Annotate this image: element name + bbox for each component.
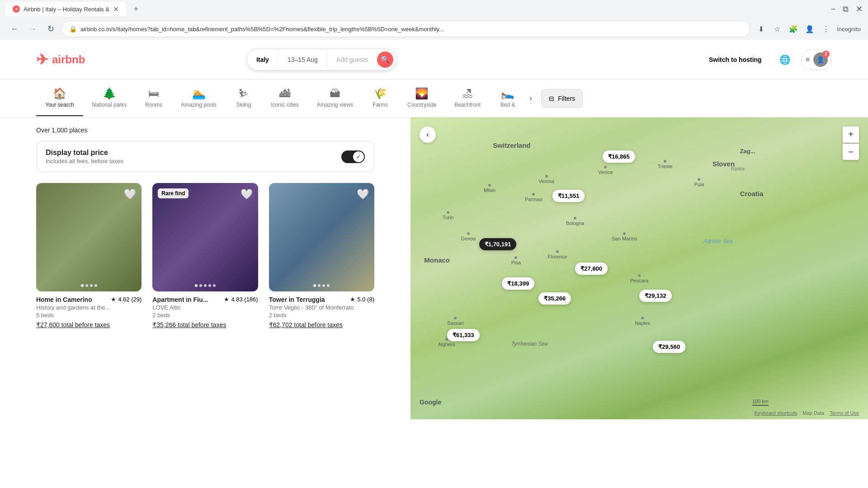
price-marker-29132[interactable]: ₹29,132 (639, 290, 672, 302)
category-nav: 🏠 Your search 🌲 National parks 🛏 Rooms 🏊… (0, 80, 868, 117)
zoom-out-button[interactable]: − (843, 144, 859, 160)
farms-icon: 🌾 (373, 88, 387, 99)
refresh-button[interactable]: ↻ (43, 22, 58, 36)
listing-title-row-2: Apartment in Fiu... ★ 4.83 (186) (152, 296, 258, 303)
language-button[interactable]: 🌐 (776, 51, 794, 69)
extensions-icon[interactable]: 🧩 (786, 22, 801, 36)
listing-card-1[interactable]: 🤍 Home in Camerino ★ (36, 183, 142, 328)
restore-button[interactable]: ⧉ (843, 5, 849, 14)
switch-hosting-button[interactable]: Switch to hosting (702, 51, 769, 69)
browser-tab[interactable]: ✈ Airbnb | Italy – Holiday Rentals & ✕ (5, 2, 126, 16)
category-beachfront[interactable]: 🏖 Beachfront (445, 81, 490, 116)
listing-beds-2: 2 beds (152, 312, 258, 319)
price-marker-29560[interactable]: ₹29,560 (653, 341, 685, 353)
city-verona: Verona (538, 175, 554, 184)
price-marker-11551[interactable]: ₹11,551 (552, 190, 585, 202)
dot (199, 284, 202, 287)
dot (327, 284, 330, 287)
listing-subtitle-2: LOVE Attic (152, 304, 258, 311)
skiing-icon: ⛷ (238, 88, 249, 99)
menu-icon[interactable]: ⋮ (819, 22, 833, 36)
address-bar[interactable]: 🔒 airbnb.co.in/s/Italy/homes?tab_id=home… (61, 21, 750, 37)
national-parks-icon: 🌲 (103, 88, 116, 99)
wishlist-button-3[interactable]: 🤍 (357, 188, 369, 200)
listing-price-1: ₹27,600 total before taxes (36, 321, 142, 328)
avatar: 👤 2 (813, 52, 828, 67)
sea-label-adriatic: Adriatic Sea (703, 238, 733, 244)
scroll-right-button[interactable]: › (529, 94, 532, 103)
terms-label[interactable]: Terms of Use (830, 410, 859, 416)
listing-title-2: Apartment in Fiu... (152, 296, 208, 303)
zoom-in-button[interactable]: + (843, 127, 859, 143)
listing-card-3[interactable]: 🤍 Tower in Terruggia ★ (269, 183, 374, 328)
price-marker-16865[interactable]: ₹16,865 (603, 150, 635, 163)
city-bologna: Bologna (566, 217, 584, 226)
close-button[interactable]: ✕ (856, 4, 863, 14)
dot (204, 284, 207, 287)
category-bed-breakfast[interactable]: 🛌 Bed & (490, 81, 526, 116)
listing-title-1: Home in Camerino (36, 296, 92, 303)
forward-button[interactable]: → (25, 22, 40, 36)
dot (94, 284, 97, 287)
incognito-label: Incognito (837, 26, 861, 33)
url-text: airbnb.co.in/s/Italy/homes?tab_id=home_t… (80, 26, 742, 33)
app: ✈ airbnb Italy 13–15 Aug Add guests 🔍 Sw… (0, 40, 868, 419)
search-button[interactable]: 🔍 (377, 52, 393, 68)
category-amazing-pools[interactable]: 🏊 Amazing pools (172, 81, 226, 116)
bed-breakfast-icon: 🛌 (501, 88, 514, 99)
listing-rating-1: ★ 4.62 (29) (111, 296, 142, 303)
price-marker-35266[interactable]: ₹35,266 (538, 292, 571, 305)
header: ✈ airbnb Italy 13–15 Aug Add guests 🔍 Sw… (0, 40, 868, 80)
category-amazing-views[interactable]: 🏔 Amazing views (308, 81, 362, 116)
map-footer: Keyboard shortcuts Map Data Terms of Use (755, 410, 859, 416)
category-your-search[interactable]: 🏠 Your search (36, 81, 83, 116)
category-countryside[interactable]: 🌄 Countryside (398, 81, 445, 116)
price-marker-170191[interactable]: ₹1,70,191 (479, 238, 517, 250)
back-button[interactable]: ← (7, 22, 22, 36)
national-parks-label: National parks (92, 102, 127, 108)
user-menu-button[interactable]: ≡ 👤 2 (802, 49, 832, 70)
download-icon[interactable]: ⬇ (754, 22, 768, 36)
wishlist-button-1[interactable]: 🤍 (124, 188, 136, 200)
display-price-toggle[interactable]: ✓ (341, 150, 365, 163)
dates-search[interactable]: 13–15 Aug (278, 49, 327, 70)
rooms-icon: 🛏 (148, 88, 159, 99)
city-parmao: Parmao (525, 193, 542, 202)
city-turin: Turin (443, 211, 454, 220)
price-marker-27600[interactable]: ₹27,600 (575, 263, 608, 275)
display-price-title: Display total price (46, 149, 123, 157)
bookmark-icon[interactable]: ☆ (770, 22, 784, 36)
price-marker-18399[interactable]: ₹18,399 (502, 277, 534, 290)
category-farms[interactable]: 🌾 Farms (362, 81, 398, 116)
guests-search[interactable]: Add guests (327, 49, 377, 70)
category-rooms[interactable]: 🛏 Rooms (136, 81, 172, 116)
countryside-icon: 🌄 (415, 88, 429, 99)
profile-icon[interactable]: 👤 (802, 22, 817, 36)
country-label-zagreb: Zag... (740, 148, 755, 155)
listing-card-2[interactable]: Rare find 🤍 Apartment in Fiu... (152, 183, 258, 328)
notification-badge: 2 (822, 51, 830, 58)
listing-rating-2: ★ 4.83 (186) (224, 296, 258, 303)
new-tab-button[interactable]: + (130, 3, 142, 15)
logo[interactable]: ✈ airbnb (36, 51, 85, 68)
city-pula: Pula (694, 178, 704, 187)
rating-value: 4.62 (29) (118, 296, 142, 303)
wishlist-button-2[interactable]: 🤍 (241, 188, 253, 200)
location-search[interactable]: Italy (247, 49, 278, 70)
category-iconic-cities[interactable]: 🏙 Iconic cities (262, 81, 308, 116)
map-container[interactable]: Switzerland Sloven Croatia Monaco Zag...… (410, 117, 868, 419)
tab-title: Airbnb | Italy – Holiday Rentals & (24, 6, 109, 13)
minimize-button[interactable]: − (830, 5, 835, 14)
dot (85, 284, 88, 287)
category-skiing[interactable]: ⛷ Skiing (226, 81, 262, 116)
tab-close-icon[interactable]: ✕ (113, 5, 119, 14)
filters-button[interactable]: ⊟ Filters (541, 89, 583, 108)
map-collapse-button[interactable]: ‹ (420, 127, 436, 143)
map-data-label: Map Data (803, 410, 825, 416)
city-trieste: Trieste (657, 160, 672, 169)
category-national-parks[interactable]: 🌲 National parks (83, 81, 136, 116)
rating-value: 4.83 (186) (231, 296, 258, 303)
amazing-pools-label: Amazing pools (181, 102, 217, 108)
price-marker-61333[interactable]: ₹61,333 (447, 329, 480, 341)
keyboard-shortcuts[interactable]: Keyboard shortcuts (755, 410, 797, 416)
